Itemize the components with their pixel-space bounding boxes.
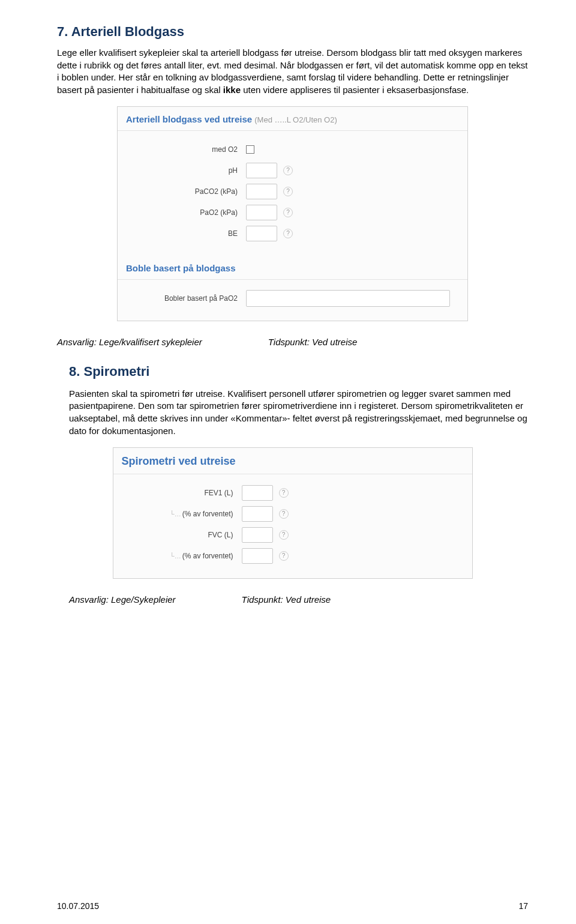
panel-title-subtitle: (Med …..L O2/Uten O2) (254, 115, 337, 124)
help-icon[interactable]: ? (283, 208, 293, 217)
label-ph: pH (126, 166, 246, 175)
tree-glyph: └… (170, 510, 181, 518)
input-be[interactable] (246, 226, 277, 241)
section8-time: Tidspunkt: Ved utreise (242, 594, 331, 605)
row-fvc-pct: └…(% av forventet) ? (122, 548, 464, 564)
section7-resp-row: Ansvarlig: Lege/kvalifisert sykepleier T… (57, 337, 528, 347)
input-bobler[interactable] (246, 290, 450, 307)
label-be: BE (126, 229, 246, 238)
row-fev1: FEV1 (L) ? (122, 485, 464, 501)
label-med-o2: med O2 (126, 145, 246, 154)
row-be: BE ? (126, 225, 459, 242)
blodgass-panel-title: Arteriell blodgass ved utreise (Med …..L… (118, 107, 467, 131)
help-icon[interactable]: ? (279, 509, 289, 519)
label-fvc-pct-text: (% av forventet) (182, 552, 233, 560)
spirometri-panel-title: Spirometri ved utreise (113, 448, 472, 474)
section8-paragraph: Pasienten skal ta spirometri før utreise… (69, 388, 528, 438)
row-fvc: FVC (L) ? (122, 527, 464, 543)
page-footer: 10.07.2015 17 (57, 901, 528, 911)
help-icon[interactable]: ? (283, 187, 293, 196)
row-fev1-pct: └…(% av forventet) ? (122, 506, 464, 522)
section7-paragraph: Lege eller kvalifisert sykepleier skal t… (57, 47, 528, 97)
label-paco2: PaCO2 (kPa) (126, 187, 246, 196)
blodgass-panel-body: med O2 pH ? PaCO2 (kPa) ? PaO2 (kPa) ? B… (118, 131, 467, 256)
blodgass-panel: Arteriell blodgass ved utreise (Med …..L… (117, 106, 468, 321)
section7-title: 7. Arteriell Blodgass (57, 24, 528, 40)
help-icon[interactable]: ? (279, 530, 289, 540)
boble-subsection-title: Boble basert på blodgass (118, 256, 467, 280)
tree-glyph: └… (170, 552, 181, 560)
input-fev1-pct[interactable] (242, 506, 273, 522)
label-fev1-pct-text: (% av forventet) (182, 510, 233, 518)
input-fvc-pct[interactable] (242, 548, 273, 564)
label-fev1: FEV1 (L) (122, 489, 242, 497)
panel-title-main: Arteriell blodgass ved utreise (126, 114, 252, 124)
section8-resp: Ansvarlig: Lege/Sykepleier (69, 594, 176, 605)
section8-title: 8. Spirometri (69, 364, 528, 379)
boble-panel-body: Bobler basert på PaO2 (118, 280, 467, 321)
footer-page-number: 17 (518, 901, 528, 911)
input-fvc[interactable] (242, 527, 273, 543)
section7-time: Tidspunkt: Ved utreise (268, 337, 358, 347)
section8-resp-row: Ansvarlig: Lege/Sykepleier Tidspunkt: Ve… (69, 594, 528, 605)
para-text-bold: ikke (223, 85, 241, 95)
row-bobler: Bobler basert på PaO2 (126, 290, 459, 307)
label-bobler: Bobler basert på PaO2 (126, 294, 246, 303)
section7-resp: Ansvarlig: Lege/kvalifisert sykepleier (57, 337, 202, 347)
help-icon[interactable]: ? (279, 488, 289, 498)
row-med-o2: med O2 (126, 141, 459, 158)
spirometri-panel: Spirometri ved utreise FEV1 (L) ? └…(% a… (113, 447, 473, 579)
input-paco2[interactable] (246, 184, 277, 199)
input-pao2[interactable] (246, 205, 277, 220)
help-icon[interactable]: ? (279, 551, 289, 561)
footer-date: 10.07.2015 (57, 901, 99, 911)
label-fvc: FVC (L) (122, 531, 242, 539)
checkbox-med-o2[interactable] (246, 145, 254, 154)
spirometri-panel-body: FEV1 (L) ? └…(% av forventet) ? FVC (L) … (113, 474, 472, 578)
input-fev1[interactable] (242, 485, 273, 501)
help-icon[interactable]: ? (283, 166, 293, 175)
label-fvc-pct: └…(% av forventet) (122, 552, 242, 560)
para-text-c: uten videre appliseres til pasienter i e… (241, 85, 469, 95)
row-pao2: PaO2 (kPa) ? (126, 204, 459, 221)
row-paco2: PaCO2 (kPa) ? (126, 183, 459, 200)
label-fev1-pct: └…(% av forventet) (122, 510, 242, 518)
help-icon[interactable]: ? (283, 229, 293, 238)
row-ph: pH ? (126, 162, 459, 179)
input-ph[interactable] (246, 163, 277, 178)
label-pao2: PaO2 (kPa) (126, 208, 246, 217)
